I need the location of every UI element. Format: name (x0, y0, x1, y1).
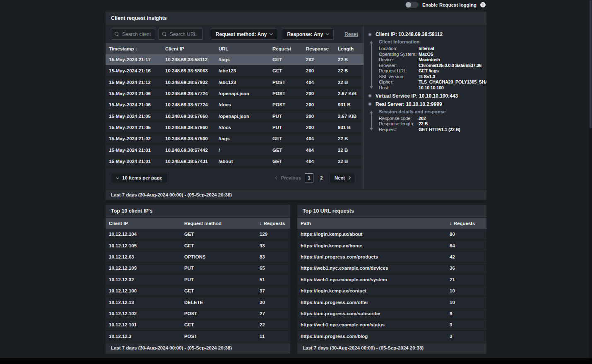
column-label: Client IP (109, 221, 128, 226)
table-cell: 10.12.12.3 (106, 334, 181, 339)
table-row[interactable]: 15-May-2024 21:0210.248.69.38:57500/tags… (106, 133, 363, 144)
page-button-2[interactable]: 2 (317, 173, 326, 182)
table-cell: DELETE (181, 300, 256, 305)
column-label: Path (301, 221, 311, 226)
sort-desc-icon: ↓ (260, 221, 262, 226)
pagination-row: 10 items per page Previous 1 2 Next (106, 167, 363, 189)
request-detail-panel: Client IP: 10.248.69.38:58112 Client Inf… (363, 25, 486, 189)
field-label: Operating System: (379, 52, 419, 57)
detail-field: Response code:202 (379, 116, 482, 121)
field-value: Chrome/125.0.0.0 Safari/537.36 (419, 63, 482, 68)
dashboard: Enable Request logging i Client request … (0, 0, 592, 364)
table-cell: /tags (215, 136, 269, 141)
table-cell: 22 (256, 322, 290, 327)
table-row[interactable]: 15-May-2024 21:1210.248.69.38:57932/abc1… (106, 77, 363, 88)
scrollbar-thumb[interactable] (590, 0, 592, 128)
reset-filters-link[interactable]: Reset (344, 31, 358, 37)
table-row[interactable]: 15-May-2024 21:0110.248.69.38:57442/GET4… (106, 144, 363, 156)
table-row[interactable]: 15-May-2024 21:0610.248.69.38:57724/open… (106, 88, 363, 99)
search-url-input[interactable] (170, 31, 199, 37)
table-cell: 64 (446, 243, 486, 248)
table-cell: 22 B (335, 68, 363, 73)
column-header-length[interactable]: Length (335, 46, 363, 51)
table-cell: https://uni.progress.com/products (297, 254, 446, 259)
column-label: Request (272, 46, 291, 51)
node-bullet-icon (368, 102, 372, 106)
detail-field: Host:10.10.10.100 (379, 85, 482, 90)
table-row[interactable]: 15-May-2024 21:0110.248.69.38:57431/abou… (106, 156, 363, 167)
column-header-requests[interactable]: ↓ Requests (446, 221, 486, 226)
search-client-ip-input[interactable] (122, 31, 152, 37)
table-cell: 15-May-2024 21:06 (106, 102, 162, 107)
table-row[interactable]: 15-May-2024 21:0510.248.69.38:57660/open… (106, 110, 363, 122)
detail-field: SSL version:TLSv1.3 (379, 74, 482, 79)
page-scrollbar[interactable] (589, 0, 592, 358)
table-row: 10.12.12.102POST27 (106, 308, 290, 319)
table-cell: /openapi.json (215, 91, 269, 96)
table-row: 10.12.12.63OPTIONS83 (106, 251, 290, 263)
column-header-request[interactable]: Request (269, 46, 303, 51)
table-row: https://web1.nyc.example.com/status3 (297, 319, 486, 330)
table-cell: 9 (446, 311, 486, 316)
search-url-box[interactable] (159, 29, 203, 40)
table-cell: 200 (303, 91, 335, 96)
table-row[interactable]: 15-May-2024 21:0510.248.69.38:57660/docs… (106, 122, 363, 133)
table-cell: 129 (256, 232, 290, 237)
table-cell: 10.248.69.38:58063 (162, 68, 215, 73)
table-header: Client IP Request method ↓ Requests (106, 218, 290, 229)
table-cell: 22 B (335, 80, 363, 85)
table-row[interactable]: 15-May-2024 21:0610.248.69.38:57724/docs… (106, 99, 363, 110)
column-header-path[interactable]: Path (297, 221, 446, 226)
session-details-fields: Response code:202Response length:22 BReq… (379, 116, 482, 132)
column-header-request-method[interactable]: Request method (181, 221, 256, 226)
table-cell: 3 (446, 322, 486, 327)
table-cell: 10.12.12.100 (106, 288, 181, 293)
time-range-footer: Last 7 days (30-Aug-2024 00:00) - (05-Se… (106, 189, 486, 200)
column-header-client-ip[interactable]: Client IP (162, 46, 215, 51)
flow-arrows-icon (369, 110, 373, 131)
info-icon[interactable]: i (480, 2, 486, 7)
detail-field: Cipher:TLS_CHACHA20_POLY1305_SHA256 (379, 79, 482, 84)
request-table-section: Request method: Any Response: Any Reset … (106, 25, 363, 189)
items-per-page-dropdown[interactable]: 10 items per page (111, 173, 168, 183)
response-dropdown-label: Response: Any (287, 31, 323, 37)
response-dropdown[interactable]: Response: Any (282, 29, 334, 40)
table-cell: 22 B (335, 148, 363, 153)
column-header-response[interactable]: Response (303, 46, 335, 51)
table-cell: GET (269, 136, 303, 141)
next-page-button[interactable]: Next (330, 173, 355, 183)
column-header-client-ip[interactable]: Client IP (106, 221, 181, 226)
table-row[interactable]: 15-May-2024 21:1710.248.69.38:58112/tags… (106, 54, 363, 65)
table-row[interactable]: 15-May-2024 21:1610.248.69.38:58063/abc1… (106, 65, 363, 77)
table-cell: 83 (256, 254, 290, 259)
table-cell: 10.248.69.38:57660 (162, 125, 215, 130)
column-label: Length (338, 46, 354, 51)
column-header-requests[interactable]: ↓ Requests (256, 221, 290, 226)
table-cell: GET (181, 232, 256, 237)
table-cell: /docs (215, 125, 269, 130)
virtual-service-value: Virtual Service IP: 10.10.10.100:443 (375, 93, 458, 99)
column-label: Requests (454, 221, 475, 226)
search-icon (162, 32, 167, 36)
column-header-url[interactable]: URL (215, 46, 269, 51)
flow-arrows-icon (369, 41, 373, 89)
table-cell: 404 (303, 80, 335, 85)
table-cell: 51 (256, 277, 290, 282)
table-cell: https://web1.nyc.example.com/devices (297, 266, 446, 271)
request-logging-toggle[interactable] (405, 2, 419, 8)
request-method-dropdown[interactable]: Request method: Any (211, 29, 278, 40)
table-cell: /abc123 (215, 68, 269, 73)
top-client-ips-table: 10.12.12.104GET12910.12.12.105GET9310.12… (106, 229, 290, 342)
bottom-edge (0, 358, 592, 364)
column-header-timestamp[interactable]: Timestamp ↓ (106, 46, 162, 51)
table-cell: 10.12.12.101 (106, 322, 181, 327)
table-cell: 15-May-2024 21:12 (106, 80, 162, 85)
search-client-ip-box[interactable] (111, 29, 155, 40)
previous-page-button[interactable]: Previous (276, 175, 301, 180)
table-row: https://uni.progress.com/offer10 (297, 297, 486, 308)
table-cell: https://web1.nyc.example.com/system (297, 277, 446, 282)
table-cell: PUT (269, 114, 303, 119)
page-button-1[interactable]: 1 (305, 173, 313, 182)
table-cell: POST (269, 80, 303, 85)
table-cell: 10.12.12.102 (106, 311, 181, 316)
